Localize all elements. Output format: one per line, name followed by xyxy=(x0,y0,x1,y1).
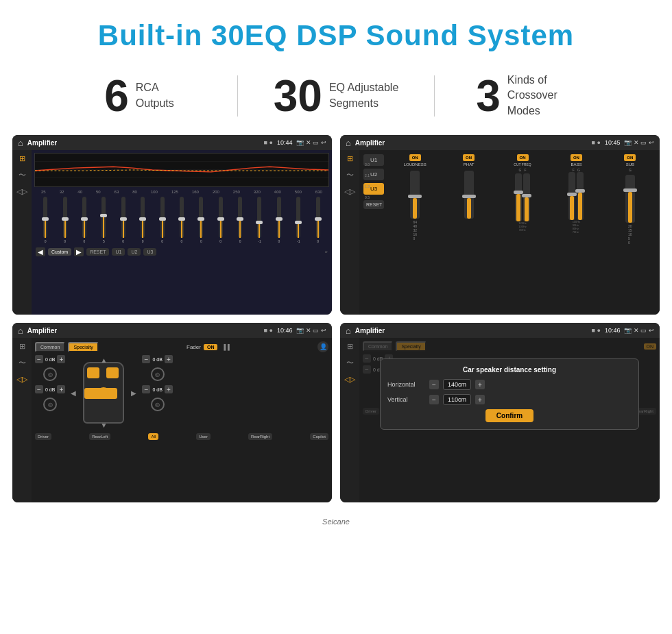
fader-label-buttons: Driver RearLeft All User RearRight Copil… xyxy=(35,433,328,440)
fader-crosshair-icon: + xyxy=(102,390,106,396)
amp2-wave-icon[interactable]: 〜 xyxy=(346,170,354,180)
distance-specialty-tab: Specialty xyxy=(396,341,426,352)
fader-crosshair[interactable]: + xyxy=(98,387,109,398)
fader-speaker-tr: ◎ xyxy=(151,367,165,381)
eq-slider-12: -1 xyxy=(257,197,261,243)
eq-sidebar-eq-icon[interactable]: ⊞ xyxy=(19,154,25,163)
eq-next-arrow[interactable]: ▶ xyxy=(74,247,84,256)
dialog-vertical-plus[interactable]: + xyxy=(475,395,485,404)
amp2-phat-slider[interactable] xyxy=(464,171,474,219)
amp2-icons: 📷 ✕ ▭ ↩ xyxy=(624,139,654,146)
fader-copilot-btn[interactable]: Copilot xyxy=(310,433,328,440)
eq-reset-btn[interactable]: RESET xyxy=(86,248,109,256)
fader-main: Common Specialty Fader ON ▐▐ 👤 − 0 dB + xyxy=(32,338,332,502)
amp2-eq-icon[interactable]: ⊞ xyxy=(347,154,353,163)
dialog-horizontal-minus[interactable]: − xyxy=(429,380,439,389)
amp2-speaker-icon[interactable]: ◁▷ xyxy=(344,187,355,196)
amp2-bass-col: ON BASS F G xyxy=(551,154,601,245)
stat-text-eq: EQ AdjustableSegments xyxy=(329,80,398,111)
fader-db-control-br: − 0 dB + xyxy=(142,385,172,393)
fader-home-icon[interactable]: ⌂ xyxy=(18,326,23,336)
eq-u1-btn[interactable]: U1 xyxy=(112,248,125,256)
eq-custom-btn[interactable]: Custom xyxy=(48,248,71,256)
eq-u3-btn[interactable]: U3 xyxy=(143,248,156,256)
stat-number-rca: 6 xyxy=(104,74,129,118)
eq-slider-8: 0 xyxy=(180,197,184,243)
confirm-button[interactable]: Confirm xyxy=(485,409,533,422)
eq-main-content: 253240506380100125160200250320400500630 … xyxy=(32,150,332,315)
fader-person-icon: 👤 xyxy=(317,341,328,352)
fader-arrow-right[interactable]: ▶ xyxy=(131,389,136,397)
eq-screen: ⌂ Amplifier ■ ● 10:44 📷 ✕ ▭ ↩ ⊞ 〜 ◁▷ xyxy=(12,135,332,315)
amp2-main: U1 U2 U3 RESET ON LOUDNESS xyxy=(359,150,660,315)
fader-specialty-tab[interactable]: Specialty xyxy=(68,342,98,352)
amp2-time: 10:45 xyxy=(605,139,621,146)
eq-slider-13: 0 xyxy=(277,197,281,243)
distance-speaker-icon[interactable]: ◁▷ xyxy=(344,375,355,384)
fader-speaker-icon[interactable]: ◁▷ xyxy=(16,375,27,384)
fader-plus-btn-bl[interactable]: + xyxy=(57,385,65,393)
distance-body: ⊞ 〜 ◁▷ Common Specialty ON − xyxy=(340,338,660,502)
fader-arrow-up[interactable]: ▲ xyxy=(100,356,107,364)
fader-minus-btn-bl[interactable]: − xyxy=(35,385,43,393)
amp2-bass-label: BASS xyxy=(571,162,581,167)
fader-rearright-btn[interactable]: RearRight xyxy=(248,433,272,440)
fader-arrow-down[interactable]: ▼ xyxy=(100,422,107,429)
fader-wave-icon[interactable]: 〜 xyxy=(19,358,26,368)
amp2-bass-toggle[interactable]: ON xyxy=(571,154,582,161)
fader-toggle[interactable]: ON xyxy=(204,344,218,350)
eq-sidebar-speaker-icon[interactable]: ◁▷ xyxy=(16,187,27,196)
dialog-horizontal-plus[interactable]: + xyxy=(475,380,485,389)
fader-common-tab[interactable]: Common xyxy=(35,342,65,352)
fader-plus-btn-tr[interactable]: + xyxy=(165,355,173,363)
fader-rearleft-btn[interactable]: RearLeft xyxy=(89,433,110,440)
fader-minus-btn-tl[interactable]: − xyxy=(35,355,43,363)
fader-left-controls: − 0 dB + ◎ − 0 dB + ◎ xyxy=(35,355,65,411)
amp2-sub-toggle[interactable]: ON xyxy=(624,154,636,161)
amp2-phat-label: PHAT xyxy=(464,162,475,167)
eq-topbar: ⌂ Amplifier ■ ● 10:44 📷 ✕ ▭ ↩ xyxy=(12,135,332,150)
amp2-home-icon[interactable]: ⌂ xyxy=(346,138,351,148)
eq-arrows-icon: » xyxy=(325,249,328,255)
fader-eq-icon[interactable]: ⊞ xyxy=(19,342,25,351)
stat-rca: 6 RCAOutputs xyxy=(41,74,237,118)
fader-plus-btn-tl[interactable]: + xyxy=(57,355,65,363)
distance-time: 10:46 xyxy=(605,327,621,334)
distance-home-icon[interactable]: ⌂ xyxy=(346,326,351,336)
fader-arrow-left[interactable]: ◀ xyxy=(71,389,76,397)
eq-sidebar: ⊞ 〜 ◁▷ xyxy=(12,150,32,315)
home-icon[interactable]: ⌂ xyxy=(18,138,23,148)
distance-common-tab: Common xyxy=(363,341,393,352)
fader-driver-btn[interactable]: Driver xyxy=(35,433,51,440)
eq-slider-6: 0 xyxy=(141,197,145,243)
fader-db-control-tl: − 0 dB + xyxy=(35,355,65,363)
fader-all-btn[interactable]: All xyxy=(148,433,158,440)
eq-bottom-bar: ◀ Custom ▶ RESET U1 U2 U3 » xyxy=(34,246,329,258)
amp2-phat-toggle[interactable]: ON xyxy=(463,154,475,161)
eq-slider-10: 0 xyxy=(219,197,223,243)
distance-topbar: ⌂ Amplifier ■ ● 10:46 📷 ✕ ▭ ↩ xyxy=(340,323,660,338)
eq-dot-icon: ■ ● xyxy=(264,139,273,146)
eq-sidebar-wave-icon[interactable]: 〜 xyxy=(19,170,26,180)
eq-prev-arrow[interactable]: ◀ xyxy=(36,247,45,256)
dialog-vertical-minus[interactable]: − xyxy=(429,395,439,404)
amp2-phat-col: ON PHAT xyxy=(443,154,494,245)
amp2-loudness-toggle[interactable]: ON xyxy=(409,154,421,161)
watermark-text: Seicane xyxy=(322,517,350,526)
fader-plus-btn-br[interactable]: + xyxy=(165,385,173,393)
eq-u2-btn[interactable]: U2 xyxy=(128,248,141,256)
dialog-horizontal-value-box: 140cm xyxy=(443,379,471,390)
stat-text-crossover: Kinds ofCrossover Modes xyxy=(507,73,590,119)
amp2-cutfreq-toggle[interactable]: ON xyxy=(517,154,529,161)
distance-eq-icon[interactable]: ⊞ xyxy=(347,342,353,351)
fader-user-btn[interactable]: User xyxy=(196,433,211,440)
fader-tabs-row: Common Specialty Fader ON ▐▐ 👤 xyxy=(35,341,328,352)
eq-slider-14: -1 xyxy=(296,197,300,243)
amp2-reset-btn[interactable]: RESET xyxy=(363,200,384,209)
amp2-sub-slider[interactable] xyxy=(625,175,635,223)
fader-minus-btn-br[interactable]: − xyxy=(142,385,150,393)
amp2-loudness-label: LOUDNESS xyxy=(404,162,427,167)
distance-wave-icon[interactable]: 〜 xyxy=(346,358,354,368)
amp2-loudness-slider[interactable] xyxy=(410,171,420,219)
fader-minus-btn-tr[interactable]: − xyxy=(142,355,150,363)
